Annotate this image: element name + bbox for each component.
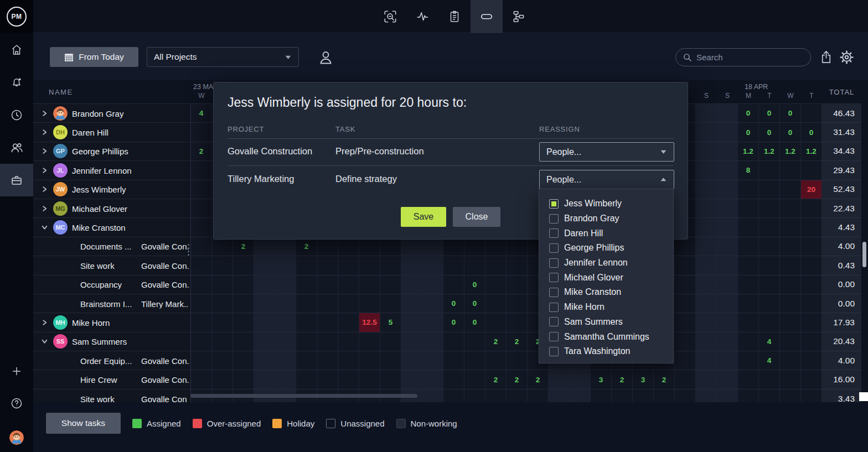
home-icon[interactable] xyxy=(0,33,33,66)
allocation-cell[interactable] xyxy=(675,332,696,351)
allocation-cell[interactable] xyxy=(738,313,759,332)
allocation-cell[interactable] xyxy=(485,256,507,275)
allocation-cell[interactable] xyxy=(338,256,359,275)
allocation-cell[interactable] xyxy=(191,256,212,275)
allocation-cell[interactable]: 0 xyxy=(464,276,485,294)
allocation-cell[interactable] xyxy=(422,332,443,351)
allocation-cell[interactable] xyxy=(401,351,422,370)
allocation-cell[interactable] xyxy=(717,123,738,142)
allocation-cell[interactable] xyxy=(696,161,717,180)
checkbox[interactable] xyxy=(549,228,559,238)
allocation-cell[interactable] xyxy=(675,313,696,332)
allocation-cell[interactable] xyxy=(464,256,485,275)
dropdown-option[interactable]: Daren Hill xyxy=(549,226,673,241)
checkbox-checked[interactable] xyxy=(549,199,559,209)
allocation-cell[interactable] xyxy=(212,237,233,256)
allocation-cell[interactable] xyxy=(507,294,528,313)
dropdown-option[interactable]: Tara Washington xyxy=(549,344,673,359)
allocation-cell[interactable] xyxy=(191,123,212,142)
allocation-cell[interactable]: 8 xyxy=(738,161,759,180)
allocation-cell[interactable] xyxy=(717,237,738,256)
allocation-cell[interactable] xyxy=(443,276,464,294)
chevron-right-icon[interactable] xyxy=(41,186,48,193)
resource-name-cell[interactable]: MGMichael Glover xyxy=(33,199,191,218)
allocation-cell[interactable] xyxy=(780,294,801,313)
allocation-cell[interactable] xyxy=(212,256,233,275)
allocation-cell[interactable] xyxy=(359,351,380,370)
allocation-cell[interactable] xyxy=(464,332,485,351)
allocation-cell[interactable]: 2 xyxy=(485,370,507,389)
allocation-cell[interactable]: 1.2 xyxy=(738,142,759,161)
allocation-cell[interactable] xyxy=(443,351,464,370)
allocation-cell[interactable] xyxy=(317,351,338,370)
allocation-cell[interactable] xyxy=(485,237,507,256)
allocation-cell[interactable] xyxy=(633,389,654,402)
allocation-cell[interactable] xyxy=(507,276,528,294)
allocation-cell[interactable] xyxy=(317,237,338,256)
clock-icon[interactable] xyxy=(0,98,33,131)
allocation-cell[interactable] xyxy=(801,370,822,389)
task-name-cell[interactable]: Documents ...Govalle Con.. xyxy=(33,237,191,256)
show-tasks-button[interactable]: Show tasks xyxy=(46,413,121,434)
allocation-cell[interactable] xyxy=(254,294,275,313)
allocation-cell[interactable] xyxy=(780,389,801,402)
task-name-cell[interactable]: Site workGovalle Con.. xyxy=(33,256,191,275)
allocation-cell[interactable] xyxy=(696,142,717,161)
allocation-cell[interactable] xyxy=(443,256,464,275)
allocation-cell[interactable] xyxy=(801,276,822,294)
allocation-cell[interactable] xyxy=(443,389,464,402)
allocation-cell[interactable] xyxy=(780,351,801,370)
allocation-cell[interactable]: 2 xyxy=(233,237,254,256)
allocation-cell[interactable]: 0 xyxy=(443,313,464,332)
allocation-cell[interactable] xyxy=(780,276,801,294)
allocation-cell[interactable] xyxy=(296,294,317,313)
allocation-cell[interactable]: 0 xyxy=(464,313,485,332)
allocation-cell[interactable] xyxy=(738,370,759,389)
allocation-cell[interactable] xyxy=(380,351,401,370)
dropdown-option[interactable]: Mike Cranston xyxy=(549,285,673,300)
allocation-cell[interactable] xyxy=(738,351,759,370)
allocation-cell[interactable] xyxy=(380,256,401,275)
help-icon[interactable] xyxy=(0,387,33,419)
dropdown-option[interactable]: Brandon Gray xyxy=(549,211,673,226)
allocation-cell[interactable]: 4 xyxy=(191,104,212,123)
allocation-cell[interactable] xyxy=(191,351,212,370)
allocation-cell[interactable]: 1.2 xyxy=(759,142,780,161)
allocation-cell[interactable] xyxy=(738,199,759,218)
allocation-cell[interactable] xyxy=(801,199,822,218)
allocation-cell[interactable] xyxy=(780,256,801,275)
allocation-cell[interactable] xyxy=(212,351,233,370)
allocation-cell[interactable] xyxy=(191,161,212,180)
allocation-cell[interactable] xyxy=(317,276,338,294)
allocation-cell[interactable]: 0 xyxy=(780,104,801,123)
allocation-cell[interactable]: 0 xyxy=(464,294,485,313)
allocation-cell[interactable] xyxy=(275,370,296,389)
allocation-cell[interactable] xyxy=(675,237,696,256)
allocation-cell[interactable] xyxy=(464,351,485,370)
allocation-cell[interactable]: 2 xyxy=(507,370,528,389)
allocation-cell[interactable] xyxy=(759,161,780,180)
allocation-cell[interactable] xyxy=(359,237,380,256)
allocation-cell[interactable]: 4 xyxy=(759,332,780,351)
allocation-cell[interactable] xyxy=(485,294,507,313)
dropdown-option[interactable]: Jess Wimberly xyxy=(549,196,673,211)
allocation-cell[interactable] xyxy=(759,370,780,389)
allocation-cell[interactable] xyxy=(401,332,422,351)
dropdown-option[interactable]: Samantha Cummings xyxy=(549,329,673,344)
allocation-cell[interactable] xyxy=(759,389,780,402)
allocation-cell[interactable] xyxy=(759,237,780,256)
allocation-cell[interactable] xyxy=(549,370,570,389)
allocation-cell[interactable] xyxy=(738,218,759,237)
chevron-down-icon[interactable] xyxy=(41,224,48,231)
allocation-cell[interactable] xyxy=(780,161,801,180)
allocation-cell[interactable] xyxy=(338,332,359,351)
allocation-cell[interactable] xyxy=(338,370,359,389)
dropdown-option[interactable]: George Phillips xyxy=(549,241,673,256)
resource-name-cell[interactable]: SSSam Summers xyxy=(33,332,191,351)
allocation-cell[interactable] xyxy=(507,256,528,275)
allocation-cell[interactable] xyxy=(212,276,233,294)
allocation-cell[interactable] xyxy=(233,370,254,389)
allocation-cell[interactable] xyxy=(801,237,822,256)
allocation-cell[interactable] xyxy=(759,294,780,313)
checkbox[interactable] xyxy=(549,288,559,297)
